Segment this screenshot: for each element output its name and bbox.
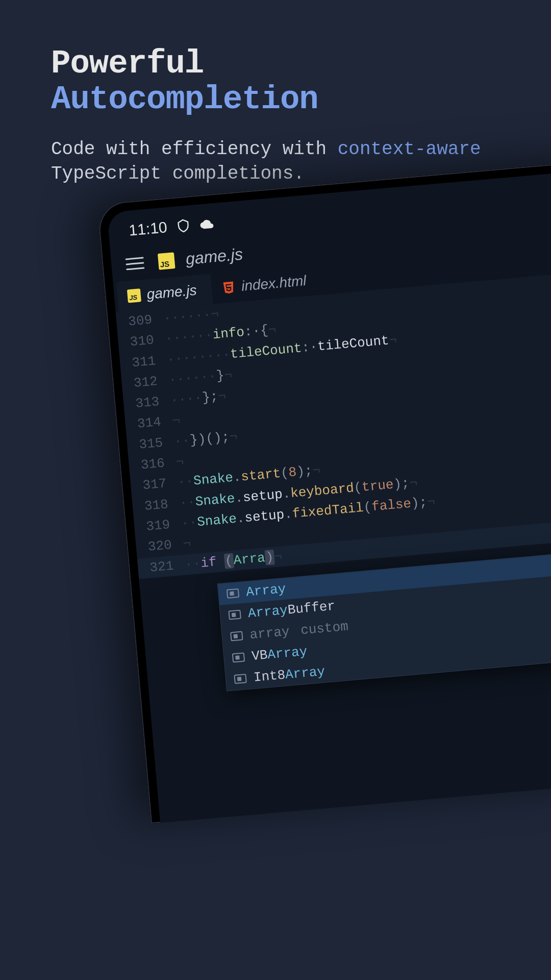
completion-kind-icon (227, 589, 239, 599)
status-time: 11:10 (128, 218, 168, 239)
code-content: ¬ (182, 533, 192, 555)
menu-icon[interactable] (122, 254, 148, 274)
completion-kind-icon (232, 652, 245, 663)
code-content: ¬ (175, 451, 185, 473)
hero-title: Powerful Autocompletion (51, 46, 500, 118)
hero-title-line1: Powerful (51, 45, 204, 82)
appbar-filename: game.js (185, 245, 243, 269)
tab-label: game.js (146, 282, 197, 303)
code-content: ¬ (171, 410, 181, 432)
hero-title-line2: Autocompletion (51, 81, 318, 118)
completion-popup[interactable]: ArrayArrayBufferarraycustomVBArrayInt8Ar… (217, 552, 551, 692)
html-badge-icon (221, 280, 236, 295)
completion-kind-icon (234, 674, 246, 684)
js-badge-icon: JS (127, 288, 141, 303)
code-editor[interactable]: 309······¬310······info:·{¬311········ti… (116, 270, 551, 579)
completion-kind-icon (230, 631, 243, 641)
shield-icon (176, 218, 191, 233)
error-icon[interactable]: ! (119, 564, 132, 576)
cloud-icon (199, 216, 214, 231)
js-badge-icon: JS (158, 252, 176, 270)
completion-kind-icon (228, 610, 241, 620)
tab-label: index.html (241, 273, 307, 295)
line-number: 321 (137, 554, 186, 579)
device-frame: 11:10 JS game.js JS game.js index.h (97, 161, 551, 824)
